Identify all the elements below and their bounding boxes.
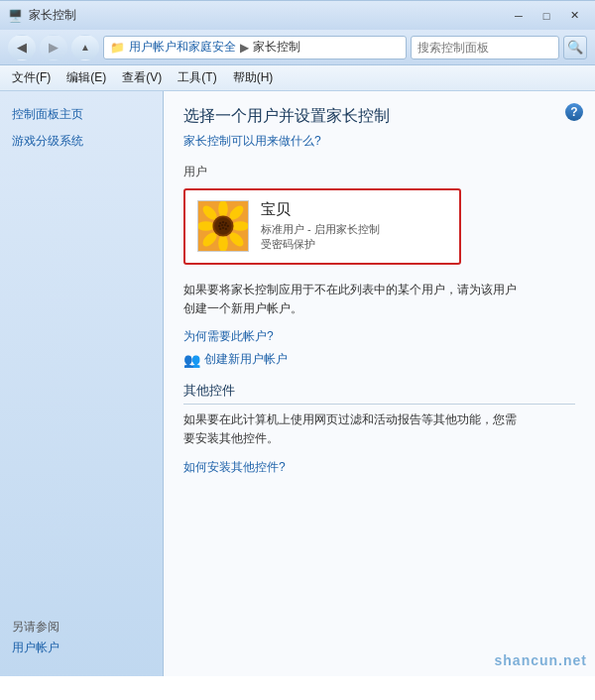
- sidebar-link-games[interactable]: 游戏分级系统: [0, 128, 163, 155]
- why-account-link[interactable]: 为何需要此帐户?: [183, 328, 575, 345]
- setup-link[interactable]: 家长控制可以用来做什么?: [183, 133, 321, 150]
- user-avatar-img: [198, 200, 248, 252]
- svg-point-15: [221, 224, 223, 226]
- menu-tools[interactable]: 工具(T): [170, 67, 224, 88]
- window-title: 家长控制: [29, 7, 76, 24]
- close-button[interactable]: ✕: [561, 6, 587, 26]
- user-info: 宝贝 标准用户 - 启用家长控制 受密码保护: [261, 200, 447, 253]
- svg-point-20: [225, 228, 227, 230]
- menu-view[interactable]: 查看(V): [114, 67, 170, 88]
- forward-button[interactable]: ▶: [40, 35, 67, 60]
- svg-point-14: [218, 225, 220, 227]
- title-bar-controls: ─ □ ✕: [506, 6, 587, 26]
- svg-point-1: [218, 200, 228, 217]
- content-area: ? 选择一个用户并设置家长控制 家长控制可以用来做什么? 用户: [164, 91, 595, 676]
- svg-point-16: [224, 224, 226, 226]
- user-avatar: [197, 200, 249, 252]
- breadcrumb-icon: 📁: [110, 41, 125, 55]
- search-bar: [411, 36, 559, 59]
- svg-point-18: [219, 228, 221, 230]
- create-account-icon: 👥: [183, 352, 200, 368]
- menu-edit[interactable]: 编辑(E): [59, 67, 114, 88]
- also-see-label: 另请参阅: [12, 619, 151, 636]
- sidebar-user-accounts-link[interactable]: 用户帐户: [12, 640, 151, 656]
- up-button[interactable]: ▲: [71, 35, 99, 60]
- create-account-link[interactable]: 创建新用户帐户: [204, 351, 288, 368]
- breadcrumb-part2: 家长控制: [253, 39, 300, 56]
- user-card[interactable]: 宝贝 标准用户 - 启用家长控制 受密码保护: [183, 188, 461, 265]
- install-link[interactable]: 如何安装其他控件?: [183, 459, 575, 476]
- back-button[interactable]: ◀: [8, 35, 36, 60]
- user-section-label: 用户: [183, 164, 575, 180]
- user-status-line1: 标准用户 - 启用家长控制: [261, 222, 447, 237]
- breadcrumb-sep: ▶: [240, 41, 249, 55]
- window-icon: 🖥️: [8, 9, 23, 23]
- sidebar-bottom: 另请参阅 用户帐户: [0, 609, 163, 666]
- menu-file[interactable]: 文件(F): [4, 67, 59, 88]
- sidebar: 控制面板主页 游戏分级系统 另请参阅 用户帐户: [0, 91, 164, 676]
- help-icon[interactable]: ?: [565, 103, 583, 121]
- title-bar-left: 🖥️ 家长控制: [8, 7, 76, 24]
- other-controls-desc: 如果要在此计算机上使用网页过滤和活动报告等其他功能，您需要安装其他控件。: [183, 410, 521, 448]
- title-bar: 🖥️ 家长控制 ─ □ ✕: [0, 0, 595, 30]
- search-button[interactable]: 🔍: [563, 36, 587, 59]
- menu-bar: 文件(F) 编辑(E) 查看(V) 工具(T) 帮助(H): [0, 65, 595, 91]
- minimize-button[interactable]: ─: [506, 6, 532, 26]
- page-title: 选择一个用户并设置家长控制: [183, 106, 575, 127]
- sidebar-link-home[interactable]: 控制面板主页: [0, 101, 163, 128]
- svg-point-2: [218, 235, 228, 252]
- maximize-button[interactable]: □: [534, 6, 559, 26]
- menu-help[interactable]: 帮助(H): [225, 67, 282, 88]
- watermark: shancun.net: [495, 652, 587, 668]
- user-name: 宝贝: [261, 200, 447, 219]
- svg-point-11: [219, 222, 221, 224]
- svg-point-19: [222, 227, 224, 229]
- main-layout: 控制面板主页 游戏分级系统 另请参阅 用户帐户 ? 选择一个用户并设置家长控制 …: [0, 91, 595, 676]
- breadcrumb-part1[interactable]: 用户帐户和家庭安全: [129, 39, 236, 56]
- svg-point-12: [222, 221, 224, 223]
- user-status-line2: 受密码保护: [261, 237, 447, 252]
- create-account-row: 👥 创建新用户帐户: [183, 351, 575, 368]
- other-controls-section: 其他控件 如果要在此计算机上使用网页过滤和活动报告等其他功能，您需要安装其他控件…: [183, 382, 575, 475]
- other-controls-title: 其他控件: [183, 382, 575, 405]
- svg-point-10: [214, 218, 231, 235]
- breadcrumb-bar: 📁 用户帐户和家庭安全 ▶ 家长控制: [103, 36, 407, 59]
- svg-point-17: [227, 225, 229, 227]
- nav-bar: ◀ ▶ ▲ 📁 用户帐户和家庭安全 ▶ 家长控制 🔍: [0, 30, 595, 65]
- user-desc-text: 如果要将家长控制应用于不在此列表中的某个用户，请为该用户创建一个新用户帐户。: [183, 281, 521, 318]
- search-input[interactable]: [417, 41, 552, 55]
